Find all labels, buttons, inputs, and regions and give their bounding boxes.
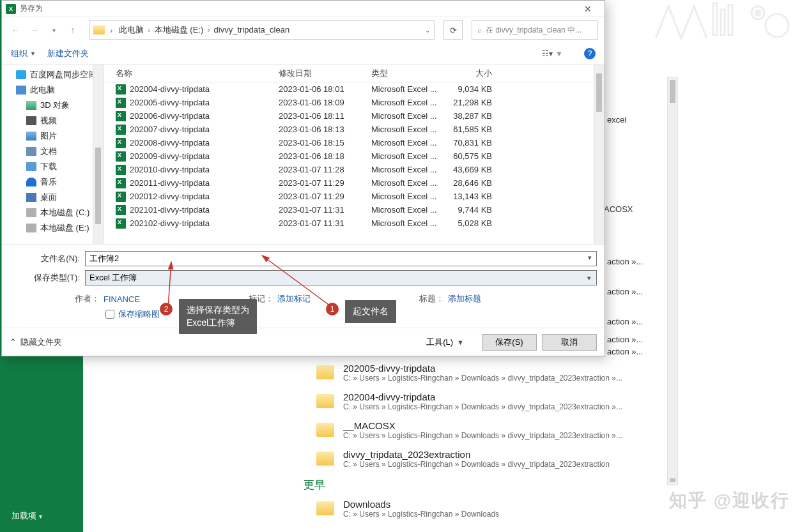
folder-icon [93, 26, 105, 34]
title-meta-value[interactable]: 添加标题 [448, 293, 481, 305]
excel-icon: X [6, 4, 16, 14]
background-folder-item[interactable]: 202004-divvy-tripdata C: » Users » Logis… [316, 391, 622, 411]
file-row[interactable]: 202005-divvy-tripdata2023-01-06 18:09Mic… [104, 96, 605, 109]
filetype-select[interactable]: Excel 工作簿 [85, 270, 597, 285]
decorative-header-art [617, 0, 809, 51]
view-options-button[interactable]: ☷▾▼ [539, 47, 566, 60]
file-row[interactable]: 202008-divvy-tripdata2023-01-06 18:15Mic… [104, 136, 605, 149]
excel-file-icon [116, 178, 126, 188]
background-folder-item[interactable]: __MACOSX C: » Users » Logistics-Ringchan… [316, 420, 622, 440]
file-list-header[interactable]: 名称 修改日期 类型 大小 [104, 65, 605, 82]
folder-icon [316, 394, 334, 408]
desktop-icon [26, 193, 36, 202]
author-value[interactable]: FINANCE [104, 294, 140, 304]
file-row[interactable]: 202004-divvy-tripdata2023-01-06 18:01Mic… [104, 82, 605, 96]
excel-file-icon [116, 111, 126, 121]
tree-item[interactable]: 视频 [2, 113, 104, 128]
background-folder-item[interactable]: 202005-divvy-tripdata C: » Users » Logis… [316, 363, 622, 383]
filename-input[interactable] [85, 251, 597, 266]
file-row[interactable]: 202010-divvy-tripdata2023-01-07 11:28Mic… [104, 163, 605, 176]
excel-file-icon [116, 138, 126, 148]
search-input[interactable]: ⌕ 在 divvy_tripdata_clean 中... [472, 20, 598, 40]
svg-rect-3 [721, 10, 725, 35]
save-button[interactable]: 保存(S) [482, 334, 537, 351]
file-row[interactable]: 202009-divvy-tripdata2023-01-06 18:18Mic… [104, 149, 605, 163]
breadcrumb-segment[interactable]: 本地磁盘 (E:) [153, 25, 205, 34]
svg-point-1 [755, 10, 760, 15]
tree-item[interactable]: 音乐 [2, 174, 104, 190]
tree-item[interactable]: 百度网盘同步空间 [2, 67, 104, 82]
breadcrumb-segment[interactable]: 此电脑 [118, 25, 145, 34]
breadcrumb-segment[interactable]: divvy_tripdata_clean [213, 25, 291, 34]
3d-icon [26, 101, 36, 110]
help-button[interactable]: ? [584, 48, 596, 59]
organize-menu[interactable]: 组织▼ [11, 48, 36, 59]
author-label: 作者： [75, 293, 100, 305]
nav-forward-button[interactable]: → [27, 23, 42, 37]
filename-label: 文件名(N): [10, 253, 85, 264]
folder-icon [316, 452, 334, 466]
tree-item[interactable]: 下载 [2, 159, 104, 174]
column-type[interactable]: 类型 [366, 68, 443, 79]
dialog-footer: ⌃ 隐藏文件夹 工具(L) ▼ 保存(S) 取消 [2, 328, 605, 356]
file-row[interactable]: 202007-divvy-tripdata2023-01-06 18:13Mic… [104, 123, 605, 136]
background-scrollbar[interactable] [667, 77, 678, 485]
file-row[interactable]: 202006-divvy-tripdata2023-01-06 18:11Mic… [104, 109, 605, 123]
background-folder-item[interactable]: Downloads C: » Users » Logistics-Ringcha… [316, 499, 622, 519]
excel-file-icon [116, 192, 126, 202]
tree-item[interactable]: 文档 [2, 144, 104, 159]
search-icon: ⌕ [477, 26, 482, 34]
column-size[interactable]: 大小 [443, 68, 504, 79]
dialog-title: 另存为 [20, 3, 575, 14]
navigation-bar: ← → ▾ ↑ › 此电脑›本地磁盘 (E:)›divvy_tripdata_c… [2, 17, 605, 43]
excel-file-icon [116, 218, 126, 229]
cancel-button[interactable]: 取消 [542, 334, 597, 351]
hide-folders-toggle[interactable]: ⌃ 隐藏文件夹 [10, 337, 62, 348]
form-area: 文件名(N): 保存类型(T): Excel 工作簿 作者： FINANCE 标… [2, 244, 605, 328]
folder-tree[interactable]: 百度网盘同步空间此电脑3D 对象视频图片文档下载音乐桌面本地磁盘 (C:)本地磁… [2, 65, 104, 244]
address-bar[interactable]: › 此电脑›本地磁盘 (E:)›divvy_tripdata_clean ⌄ [89, 20, 435, 40]
annotation-number-2: 2 [160, 303, 173, 315]
file-list-scrollbar[interactable] [594, 65, 605, 244]
file-list-pane: 名称 修改日期 类型 大小 202004-divvy-tripdata2023-… [104, 65, 605, 244]
filetype-label: 保存类型(T): [10, 272, 85, 284]
close-button[interactable]: ✕ [575, 4, 601, 14]
tree-item[interactable]: 图片 [2, 128, 104, 144]
tree-item[interactable]: 本地磁盘 (E:) [2, 220, 104, 236]
background-folder-item[interactable]: divvy_tripdata_2023extraction C: » Users… [316, 449, 622, 469]
excel-file-icon [116, 98, 126, 108]
file-row[interactable]: 202102-divvy-tripdata2023-01-07 11:31Mic… [104, 217, 605, 230]
svg-point-5 [766, 14, 789, 37]
thumbnail-label[interactable]: 保存缩略图 [118, 308, 160, 320]
dialog-toolbar: 组织▼ 新建文件夹 ☷▾▼ ? [2, 43, 605, 65]
nav-back-button[interactable]: ← [8, 23, 22, 37]
tree-item[interactable]: 此电脑 [2, 82, 104, 98]
tree-item[interactable]: 桌面 [2, 190, 104, 205]
dl-icon [26, 162, 36, 171]
recent-locations-button[interactable]: ▾ [47, 23, 61, 37]
nav-up-button[interactable]: ↑ [66, 23, 80, 37]
new-folder-button[interactable]: 新建文件夹 [47, 48, 89, 59]
thumbnail-checkbox[interactable] [105, 310, 114, 319]
tools-menu[interactable]: 工具(L) [426, 337, 453, 348]
file-row[interactable]: 202011-divvy-tripdata2023-01-07 11:29Mic… [104, 176, 605, 190]
column-name[interactable]: 名称 [104, 68, 274, 79]
svg-rect-2 [713, 3, 717, 35]
refresh-button[interactable]: ⟳ [443, 20, 463, 40]
drive-icon [26, 224, 36, 232]
tree-item[interactable]: 3D 对象 [2, 98, 104, 113]
column-date[interactable]: 修改日期 [274, 68, 366, 79]
file-row[interactable]: 202101-divvy-tripdata2023-01-07 11:31Mic… [104, 203, 605, 217]
file-row[interactable]: 202012-divvy-tripdata2023-01-07 11:29Mic… [104, 190, 605, 203]
tag-value[interactable]: 添加标记 [277, 293, 311, 305]
addins-link[interactable]: 加载项▾ [0, 505, 54, 527]
tree-item[interactable]: 本地磁盘 (C:) [2, 205, 104, 220]
dialog-titlebar: X 另存为 ✕ [2, 1, 605, 17]
tools-dropdown-icon[interactable]: ▼ [457, 338, 464, 346]
excel-file-icon [116, 165, 126, 175]
annotation-number-1: 1 [326, 303, 339, 315]
svg-rect-4 [728, 5, 732, 35]
tree-scrollbar[interactable] [93, 65, 104, 244]
excel-file-icon [116, 205, 126, 215]
save-as-dialog: X 另存为 ✕ ← → ▾ ↑ › 此电脑›本地磁盘 (E:)›divvy_tr… [1, 0, 605, 356]
